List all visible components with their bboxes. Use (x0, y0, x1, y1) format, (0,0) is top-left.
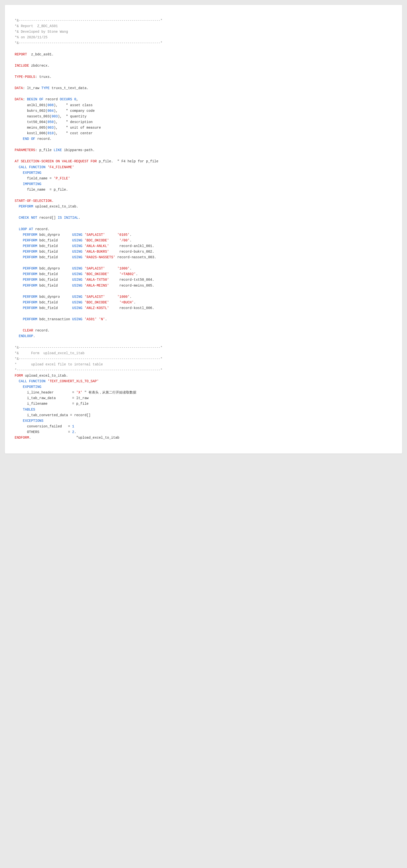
perform-5-label (14, 255, 23, 259)
perform-2-name: bdc_field (37, 239, 72, 242)
i-filename-label: i_filename = p_file (14, 402, 88, 406)
num-2: 2 (72, 430, 74, 434)
str-buch: '=BUCH' (119, 301, 134, 304)
importing-label-1 (14, 182, 23, 186)
kw-call-function-2: CALL FUNCTION (19, 379, 46, 383)
using-12-sp (82, 306, 84, 310)
using-trans-end: . (105, 317, 107, 321)
kw-form: FORM (14, 374, 23, 378)
kw-loop-at: LOOP AT (19, 227, 33, 231)
perform-bdc-trans-label (14, 317, 23, 321)
perform-9-name: bdc_field (37, 284, 72, 287)
field-nassets: nassets_003( (14, 115, 52, 118)
kw-exceptions: EXCEPTIONS (23, 419, 43, 423)
perform-3-name: bdc_field (37, 244, 72, 248)
kw-is-initial: IS INITIAL (58, 216, 78, 220)
perform-4-label (14, 250, 23, 254)
comment-form-3: *&--------------------------------------… (14, 357, 163, 361)
kw-using-3: USING (72, 244, 82, 248)
str-0105: '0105' (117, 233, 129, 237)
using-9-sp (82, 284, 84, 287)
bukrs-len: 004 (48, 109, 54, 113)
occurs-num: 0 (74, 97, 76, 101)
others-label: OTHERS = (14, 430, 72, 434)
parameters-like: ibipparms-path. (62, 148, 94, 152)
bukrs-rest: ), " company code (54, 109, 95, 113)
using-10-sp2 (105, 295, 117, 299)
field-meins: meins_005( (14, 126, 48, 130)
using-1-val1 (82, 233, 84, 237)
check-not-end: . (78, 216, 80, 220)
perform-8-name: bdc_field (37, 278, 72, 282)
using-8-sp (82, 278, 84, 282)
comment-form-4: * upload excel file to internal table (14, 363, 103, 366)
using-7-sp2 (109, 272, 119, 276)
using-2-sp (82, 239, 84, 242)
str-00: '/00' (119, 239, 130, 242)
exceptions-label (14, 419, 23, 423)
kw-call-function-1: CALL FUNCTION (19, 165, 46, 169)
kw-using-trans: USING (72, 317, 82, 321)
perform-9-label (14, 284, 23, 287)
nassets-rest: ), " quantity (58, 115, 86, 118)
string-f4-filename: 'F4_FILENAME' (48, 165, 74, 169)
num-1: 1 (72, 425, 74, 428)
perform-upload-name: upload_excel_to_itab. (33, 205, 79, 209)
kw-perform-5: PERFORM (23, 255, 37, 259)
form-name: upload_excel_to_itab. (23, 374, 68, 378)
str-anla-txt50: 'ANLA-TXT50' (85, 278, 109, 282)
using-6-end: . (130, 267, 132, 271)
field-name-param: field_name = (14, 177, 54, 180)
kw-like: LIKE (54, 148, 62, 152)
str-tab02: '=TAB02' (119, 272, 136, 276)
using-10-end: . (130, 295, 132, 299)
kw-parameters: PARAMETERS (14, 148, 35, 152)
str-anla-meins: 'ANLA-MEINS' (85, 284, 109, 287)
occurs-value (72, 97, 74, 101)
parameters-value: : p_file (35, 148, 54, 152)
kw-perform-6: PERFORM (23, 267, 37, 271)
perform-7-name: bdc_field (37, 272, 72, 276)
kw-using-9: USING (72, 284, 82, 287)
i-line-header-label: i_line_header = (14, 391, 76, 395)
field-bukrs: bukrs_002( (14, 109, 48, 113)
kw-using-10: USING (72, 295, 82, 299)
kw-perform-8: PERFORM (23, 278, 37, 282)
using-2-end: . (130, 239, 132, 242)
field-anlkl: anlkl_001( (14, 103, 48, 107)
str-1000-1: '1000' (117, 267, 129, 271)
using-5-val: record-nassets_003. (115, 255, 156, 259)
using-12-val: record-kostl_006. (109, 306, 154, 310)
comment-form-5: *---------------------------------------… (14, 368, 163, 372)
str-1000-2: '1000' (117, 295, 129, 299)
kostl-len: 010 (48, 131, 54, 135)
kw-exporting-1: EXPORTING (23, 171, 41, 175)
endloop-end: . (33, 334, 35, 338)
using-3-sp (82, 244, 84, 248)
str-saplaist-3: 'SAPLAIST' (85, 295, 105, 299)
file-name-param: file_name = p_file. (14, 188, 68, 192)
i-tab-raw-data-label: i_tab_raw_data = lt_raw (14, 396, 88, 400)
str-bdc-okcode-2: 'BDC_OKCODE' (85, 272, 109, 276)
kw-end-of: END OF (23, 137, 35, 141)
str-bdc-okcode-3: 'BDC_OKCODE' (85, 301, 109, 304)
kw-using-8: USING (72, 278, 82, 282)
perform-1-label (14, 233, 23, 237)
str-as01: 'AS01' (85, 317, 97, 321)
using-11-end: . (134, 301, 136, 304)
kw-using-1: USING (72, 233, 82, 237)
loop-at-label (14, 227, 19, 231)
data-1-type: truxs_t_text_data. (50, 86, 89, 90)
i-tab-converted-label: i_tab_converted_data = record[] (14, 413, 91, 417)
data-1-value: : lt_raw (23, 86, 41, 90)
str-x: 'X' (76, 391, 82, 395)
perform-11-label (14, 301, 23, 304)
str-anlz-kostl: 'ANLZ-KOSTL' (85, 306, 109, 310)
kw-using-6: USING (72, 267, 82, 271)
comment-line-2: *& Report Z_BDC_AS01 (14, 24, 58, 28)
kw-endform: ENDFORM (14, 436, 29, 440)
using-1-end: . (130, 233, 132, 237)
kw-data-1: DATA (14, 86, 23, 90)
call-function-2-label (14, 379, 19, 383)
using-11-sp (82, 301, 84, 304)
